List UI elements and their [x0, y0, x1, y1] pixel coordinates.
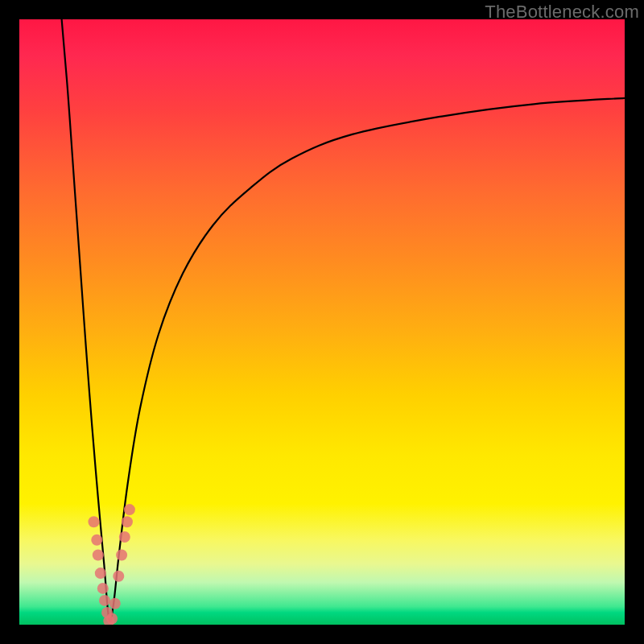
data-point	[89, 516, 100, 527]
data-point	[116, 550, 127, 561]
data-point	[106, 613, 118, 625]
chart-container: TheBottleneck.com	[0, 0, 644, 644]
data-point	[119, 531, 130, 543]
bottleneck-curve	[62, 19, 625, 621]
data-point	[97, 583, 109, 594]
data-point	[124, 504, 135, 515]
data-point	[91, 535, 102, 546]
data-point	[113, 571, 124, 582]
data-point	[95, 568, 106, 579]
data-point	[109, 598, 121, 609]
data-point	[93, 550, 104, 561]
data-point	[122, 516, 133, 527]
watermark-text: TheBottleneck.com	[485, 2, 639, 23]
curve-svg	[19, 19, 625, 625]
plot-area	[19, 19, 625, 625]
data-points	[89, 504, 135, 625]
data-point	[99, 595, 110, 606]
